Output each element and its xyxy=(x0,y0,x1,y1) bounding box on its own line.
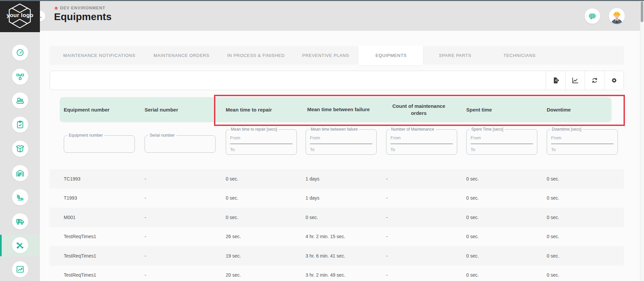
chatbot-icon xyxy=(588,12,597,20)
table-cell-col1: - xyxy=(145,208,226,227)
table-cell-col4: - xyxy=(386,189,466,208)
column-header-count-of-maintenance-orders[interactable]: Count of maintenance orders xyxy=(386,97,466,122)
sidebar-item-maintenance[interactable] xyxy=(12,237,28,253)
column-header-serial-number[interactable]: Serial number xyxy=(145,97,226,122)
tab-maintenance-notifications[interactable]: MAINTENANCE NOTIFICATIONS xyxy=(63,46,135,65)
sidebar-item-dashboard[interactable] xyxy=(12,45,28,61)
filter-spent-time: Spent Time [secs] xyxy=(466,129,537,155)
table-row[interactable]: TC1993 - 0 sec. 1 days - 0 sec. 0 sec. xyxy=(50,169,624,189)
sidebar-item-production-line[interactable] xyxy=(12,92,28,109)
sidebar-item-logistics[interactable] xyxy=(12,189,28,205)
scrollbar-thumb[interactable] xyxy=(641,1,643,22)
tab-equipments[interactable]: EQUIPMENTS xyxy=(376,46,407,65)
filter-legend: Downtime [secs] xyxy=(550,127,583,132)
column-header-equipment-number[interactable]: Equipment number xyxy=(64,97,145,122)
filter-mean-time-to-repair: Mean time to repair [secs] xyxy=(226,129,297,155)
equipments-table: Equipment number Serial number Mean time… xyxy=(50,97,624,281)
serial-number-filter-input[interactable] xyxy=(145,136,215,152)
conveyor-production-icon xyxy=(16,96,24,105)
sidebar-item-tasks[interactable] xyxy=(12,117,28,133)
warehouse-icon xyxy=(16,169,24,178)
table-cell-col0: T1993 xyxy=(64,189,145,208)
table-cell-col5: 0 sec. xyxy=(466,189,547,208)
sidebar-item-reports[interactable] xyxy=(12,261,28,277)
grid-toolbar xyxy=(50,71,624,90)
spent-time-to-input[interactable] xyxy=(471,145,533,154)
filter-legend: Mean time between failure xyxy=(309,127,359,132)
table-cell-col1: - xyxy=(145,227,226,247)
tab-spare-parts[interactable]: SPARE PARTS xyxy=(439,46,472,65)
sidebar-item-structure[interactable] xyxy=(12,69,28,85)
table-cell-col3: 3 hr. 6 min. 41 sec. xyxy=(306,246,386,266)
chatbot-button[interactable] xyxy=(585,8,600,24)
sidebar xyxy=(0,32,40,281)
filter-legend: Serial number xyxy=(148,133,176,138)
table-cell-col0: M001 xyxy=(64,208,145,227)
orders-count-from-input[interactable] xyxy=(390,132,453,144)
maintenance-tools-icon xyxy=(16,241,24,250)
tab-maintenance-orders[interactable]: MAINTENANCE ORDERS xyxy=(154,46,209,65)
table-row[interactable]: TestReqTimes1 - 20 sec. 3 hr. 2 min. 49 … xyxy=(50,266,624,281)
open-box-icon xyxy=(16,144,24,153)
table-cell-col0: TC1993 xyxy=(64,169,145,189)
tab-in-process-finished[interactable]: IN PROCESS & FINISHED xyxy=(227,46,284,65)
filter-equipment-number: Equipment number xyxy=(64,135,135,153)
table-cell-col5: 0 sec. xyxy=(466,169,547,189)
refresh-button[interactable] xyxy=(585,71,604,90)
filter-legend: Equipment number xyxy=(67,133,104,138)
table-cell-col2: 26 sec. xyxy=(226,227,306,247)
downtime-to-input[interactable] xyxy=(551,145,613,154)
tab-technicians[interactable]: TECHNICIANS xyxy=(503,46,536,65)
mttr-from-input[interactable] xyxy=(230,132,292,144)
table-row[interactable]: T1993 - 0 sec. 1 days - 0 sec. 0 sec. xyxy=(50,189,624,208)
table-cell-col2: 19 sec. xyxy=(226,246,306,266)
mttr-to-input[interactable] xyxy=(230,145,292,154)
window-top-edge xyxy=(0,0,644,1)
table-cell-col0: TestReqTimes1 xyxy=(64,266,145,281)
mtbf-to-input[interactable] xyxy=(310,145,372,154)
environment-badge: DEV ENVIRONMENT xyxy=(55,6,105,10)
settings-gear-icon xyxy=(610,76,618,84)
sidebar-item-delivery[interactable] xyxy=(12,213,28,229)
column-header-spent-time[interactable]: Spent time xyxy=(466,97,547,122)
env-label: DEV ENVIRONMENT xyxy=(60,6,105,10)
table-cell-col2: 20 sec. xyxy=(226,266,306,281)
export-button[interactable] xyxy=(546,71,565,90)
table-cell-col6: 0 sec. xyxy=(547,208,624,227)
quick-filter-input[interactable] xyxy=(50,71,546,90)
engineer-avatar-icon xyxy=(609,8,625,24)
table-row[interactable]: M001 - 0 sec. 0 sec. - 0 sec. 0 sec. xyxy=(50,208,624,227)
table-row[interactable]: TestReqTimes1 - 19 sec. 3 hr. 6 min. 41 … xyxy=(50,246,624,266)
column-header-downtime[interactable]: Downtime xyxy=(547,97,624,122)
pallet-truck-icon xyxy=(16,193,24,202)
chart-view-button[interactable] xyxy=(565,71,585,90)
table-cell-col3: 3 hr. 2 min. 49 sec. xyxy=(306,266,386,281)
table-cell-col2: 0 sec. xyxy=(226,169,306,189)
table-cell-col6: 0 sec. xyxy=(547,246,624,266)
table-cell-col1: - xyxy=(145,169,226,189)
column-header-mean-time-to-repair[interactable]: Mean time to repair xyxy=(226,97,306,122)
tab-preventive-plans[interactable]: PREVENTIVE PLANS xyxy=(302,46,349,65)
filter-legend: Number of Maintenance xyxy=(389,127,436,132)
sidebar-item-packages[interactable] xyxy=(12,141,28,157)
table-cell-col1: - xyxy=(145,246,226,266)
app-logo: your logo xyxy=(0,0,40,32)
equipment-number-filter-input[interactable] xyxy=(64,136,135,152)
mtbf-from-input[interactable] xyxy=(310,132,372,144)
table-cell-col6: 0 sec. xyxy=(547,189,624,208)
settings-button[interactable] xyxy=(604,71,624,90)
column-header-mean-time-between-failure[interactable]: Mean time between failure xyxy=(306,97,386,122)
table-cell-col5: 0 sec. xyxy=(466,246,547,266)
table-cell-col2: 0 sec. xyxy=(226,189,306,208)
table-cell-col0: TestReqTimes1 xyxy=(64,227,145,247)
spent-time-from-input[interactable] xyxy=(471,132,533,144)
orders-count-to-input[interactable] xyxy=(390,145,453,154)
sidebar-item-warehouse[interactable] xyxy=(12,165,28,181)
page-scrollbar[interactable] xyxy=(640,0,644,281)
page-title: Equipments xyxy=(54,11,112,22)
logo-text: your logo xyxy=(0,12,40,19)
table-row[interactable]: TestReqTimes1 - 26 sec. 4 hr. 2 min. 15 … xyxy=(50,227,624,247)
user-avatar[interactable] xyxy=(609,8,625,24)
table-cell-col1: - xyxy=(145,189,226,208)
downtime-from-input[interactable] xyxy=(551,132,613,144)
